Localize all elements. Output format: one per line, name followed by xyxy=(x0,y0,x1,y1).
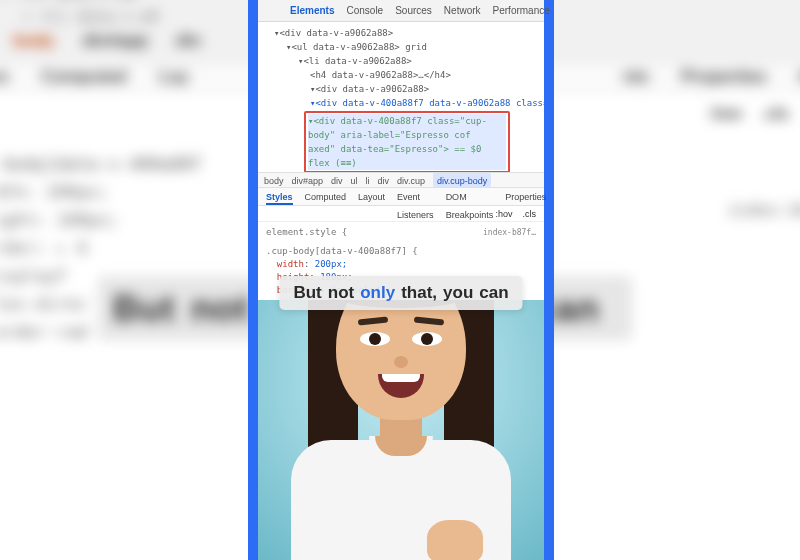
presenter-body xyxy=(291,440,511,560)
css-selector[interactable]: .cup-body[data-v-400a88f7] { xyxy=(266,245,536,258)
bg-tab: Computed xyxy=(41,62,126,92)
caption-word: But xyxy=(113,286,176,329)
bg-crumb-body: body xyxy=(11,21,57,60)
tab-performance[interactable]: Performance xyxy=(493,0,550,22)
devtools-panel: Elements Console Sources Network Perform… xyxy=(258,0,544,316)
stage: ▸ <li data-v-a9 ▾ <li data-v-a9 body div… xyxy=(0,0,800,560)
dom-node[interactable]: ▾<div data-v-a9062a88> xyxy=(264,26,538,40)
css-val[interactable]: 200px; xyxy=(315,259,348,269)
tab-console[interactable]: Console xyxy=(346,0,383,22)
bg-tab: nts xyxy=(623,62,649,92)
bg-dom-line: ▸ <li data-v-a9 xyxy=(0,0,137,4)
css-prop[interactable]: width xyxy=(277,259,304,269)
bg-hov-cls: :hov .cls xyxy=(708,103,789,125)
bg-hov: :hov xyxy=(708,103,742,125)
eye-icon xyxy=(360,332,390,346)
caption-word: that, xyxy=(401,282,437,304)
tab-network[interactable]: Network xyxy=(444,0,481,22)
presenter xyxy=(291,300,511,560)
crumb[interactable]: ul xyxy=(351,173,358,187)
dom-breadcrumb[interactable]: body div#app div ul li div div.cup div.c… xyxy=(258,172,544,188)
bg-css-prop: order-rad xyxy=(0,322,88,343)
dom-node[interactable]: ▾<li data-v-a9062a88> xyxy=(264,54,538,68)
crumb[interactable]: div.cup xyxy=(397,173,425,187)
devtools-toolbar: Elements Console Sources Network Perform… xyxy=(258,0,544,22)
crumb[interactable]: li xyxy=(366,173,370,187)
styles-subtabs: Styles Computed Layout Event Listeners D… xyxy=(258,188,544,206)
subtab-properties[interactable]: Properties xyxy=(505,188,546,205)
crumb[interactable]: div xyxy=(378,173,390,187)
tab-sources[interactable]: Sources xyxy=(395,0,432,22)
bg-tab: es xyxy=(0,62,9,92)
mouth-icon xyxy=(378,374,424,398)
bg-css-source: index-b8 xyxy=(727,200,800,221)
caption-bar: But not only that, you can xyxy=(279,276,522,310)
tab-elements[interactable]: Elements xyxy=(290,0,334,22)
crumb-active[interactable]: div.cup-body xyxy=(433,173,491,187)
dom-open-tag: ▾<div data-v-400a88f7 data-v-a9062a88 cl… xyxy=(310,98,544,108)
crumb[interactable]: body xyxy=(264,173,284,187)
dom-node-open[interactable]: ▾<div data-v-400a88f7 data-v-a9062a88 cl… xyxy=(264,96,538,110)
caption-word: can xyxy=(479,282,508,304)
brow-icon xyxy=(414,316,444,325)
bg-css-prop: lex-direc xyxy=(0,294,88,315)
nose-icon xyxy=(394,356,408,368)
crumb[interactable]: div#app xyxy=(292,173,324,187)
bg-css-val: ▸ 6 xyxy=(56,238,87,259)
caption-word: not xyxy=(328,282,354,304)
phone-frame: Elements Console Sources Network Perform… xyxy=(248,0,554,560)
subtab-styles[interactable]: Styles xyxy=(266,188,293,205)
eye-icon xyxy=(412,332,442,346)
css-source-link[interactable]: index-b87f… xyxy=(483,226,536,239)
bg-tab: Properties xyxy=(681,62,766,92)
dom-node[interactable]: ▾<div data-v-a9062a88> xyxy=(264,82,538,96)
caption-word: you xyxy=(443,282,473,304)
dom-node[interactable]: ▾<ul data-v-a9062a88> grid xyxy=(264,40,538,54)
bg-crumb-app: div#app xyxy=(81,21,151,60)
dom-selected-line: axed" data-tea="Espresso"> == $0 flex (≡… xyxy=(308,142,506,170)
bg-css-val: f xyxy=(56,266,66,287)
presenter-video xyxy=(258,300,544,560)
hov-toggle[interactable]: :hov xyxy=(495,206,512,222)
caption-word: not xyxy=(191,286,250,329)
caption-word-highlight: only xyxy=(360,282,395,304)
presenter-hand xyxy=(427,520,483,560)
bg-breadcrumb: body div#app div xyxy=(11,25,203,55)
dom-selected-node[interactable]: ▾<div data-v-400a88f7 class="cup-body" a… xyxy=(304,111,510,172)
bg-css-val: 200px; xyxy=(46,182,108,203)
subtab-computed[interactable]: Computed xyxy=(305,188,347,205)
presenter-head xyxy=(336,300,466,420)
bg-css-selector: -body[data-v-400a88f xyxy=(0,150,202,178)
subtab-layout[interactable]: Layout xyxy=(358,188,385,205)
dom-node[interactable]: <h4 data-v-a9062a88>…</h4> xyxy=(264,68,538,82)
subtab-event-listeners[interactable]: Event Listeners xyxy=(397,188,434,205)
crumb[interactable]: div xyxy=(331,173,343,187)
bg-css-prop: dth xyxy=(0,182,25,203)
bg-css-prop: ight xyxy=(0,210,36,231)
bg-crumb-div: div xyxy=(174,21,203,60)
brow-icon xyxy=(358,316,388,325)
bg-css-prop: rder xyxy=(0,238,36,259)
dom-selected-line: ▾<div data-v-400a88f7 class="cup-body" a… xyxy=(308,114,506,142)
presenter-collar xyxy=(369,436,433,462)
bg-tab: Lay xyxy=(159,62,189,92)
subtab-dom-breakpoints[interactable]: DOM Breakpoints xyxy=(446,188,494,205)
bg-css-block: -body[data-v-400a88f dth: 200px; ight: 1… xyxy=(0,150,202,347)
caption-word: But xyxy=(293,282,321,304)
elements-dom-tree[interactable]: ▾<div data-v-a9062a88> ▾<ul data-v-a9062… xyxy=(258,22,544,172)
bg-css-prop: isplay xyxy=(0,266,56,287)
bg-css-val: 180px; xyxy=(56,210,118,231)
bg-cls: .cls xyxy=(762,103,789,125)
cls-toggle[interactable]: .cls xyxy=(523,206,537,222)
bg-dom-line: ▾ <li data-v-a9 xyxy=(22,6,159,28)
